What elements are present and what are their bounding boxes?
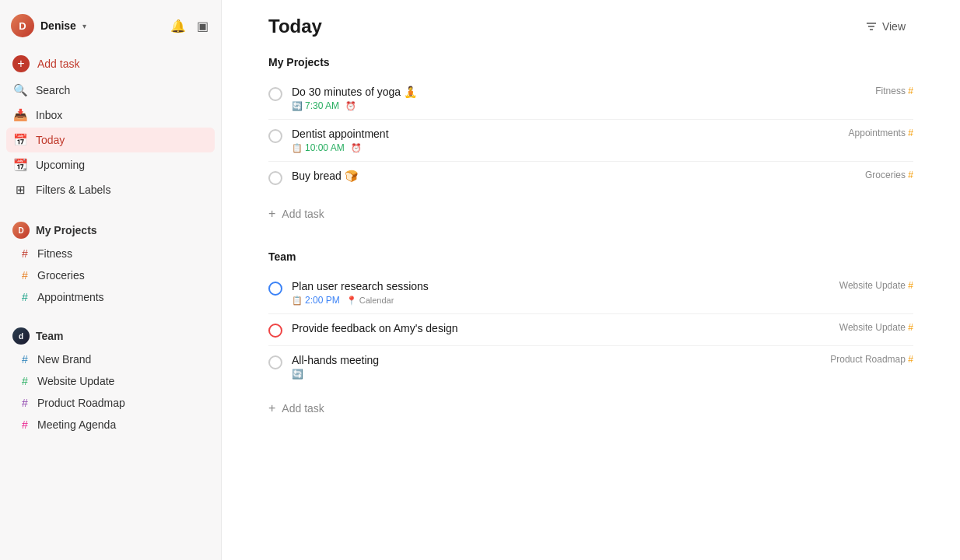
sidebar-item-appointments[interactable]: # Appointments — [6, 286, 215, 308]
task-checkbox-research[interactable] — [268, 282, 282, 296]
hash-icon-bread-project: # — [908, 170, 913, 180]
hash-icon-yoga-project: # — [908, 86, 913, 96]
sidebar-item-upcoming[interactable]: 📆 Upcoming — [6, 152, 215, 177]
sidebar-nav: + Add task 🔍 Search 📥 Inbox 📅 Today 📆 Up… — [0, 47, 221, 205]
add-plus-icon-team: + — [268, 401, 275, 415]
sidebar-item-filters[interactable]: ⊞ Filters & Labels — [6, 177, 215, 202]
add-task-my-projects[interactable]: + Add task — [268, 199, 913, 229]
hash-icon-groceries: # — [19, 269, 31, 282]
task-time-research: 2:00 PM — [305, 295, 340, 306]
sidebar-item-website-update[interactable]: # Website Update — [6, 370, 215, 392]
task-content-yoga: Do 30 minutes of yoga 🧘 🔄 7:30 AM ⏰ — [292, 86, 875, 111]
hash-icon-feedback-project: # — [908, 322, 913, 333]
sidebar-item-search[interactable]: 🔍 Search — [6, 78, 215, 103]
calendar-icon-dentist: 📋 — [292, 143, 303, 153]
task-content-dentist: Dentist appointment 📋 10:00 AM ⏰ — [292, 128, 849, 153]
add-task-label: Add task — [37, 58, 79, 70]
meeting-agenda-label: Meeting Agenda — [37, 418, 116, 431]
task-checkbox-dentist[interactable] — [268, 129, 282, 143]
add-task-team-label: Add task — [282, 402, 324, 415]
sidebar-item-product-roadmap[interactable]: # Product Roadmap — [6, 392, 215, 414]
fitness-label: Fitness — [37, 247, 72, 260]
sidebar-item-fitness[interactable]: # Fitness — [6, 243, 215, 264]
task-checkbox-feedback[interactable] — [268, 324, 282, 338]
new-brand-label: New Brand — [37, 353, 91, 366]
sidebar-header: D Denise ▾ 🔔 ▣ — [0, 8, 221, 47]
task-title-allhands: All-hands meeting — [292, 354, 830, 366]
product-roadmap-label: Product Roadmap — [37, 397, 125, 409]
my-projects-section: My Projects Do 30 minutes of yoga 🧘 🔄 7:… — [268, 56, 913, 229]
table-row: All-hands meeting 🔄 Product Roadmap # — [268, 346, 913, 387]
sidebar-item-upcoming-label: Upcoming — [36, 159, 85, 171]
task-checkbox-yoga[interactable] — [268, 87, 282, 101]
task-project-yoga: Fitness # — [875, 86, 913, 96]
alarm-icon-dentist: ⏰ — [351, 143, 362, 153]
task-time-yoga: 7:30 AM — [305, 100, 339, 111]
sidebar-item-inbox-label: Inbox — [36, 109, 62, 121]
task-title-yoga: Do 30 minutes of yoga 🧘 — [292, 86, 875, 98]
sidebar-item-new-brand[interactable]: # New Brand — [6, 348, 215, 370]
task-content-research: Plan user research sessions 📋 2:00 PM 📍 … — [292, 280, 839, 306]
table-row: Plan user research sessions 📋 2:00 PM 📍 … — [268, 272, 913, 314]
task-meta-yoga: 🔄 7:30 AM ⏰ — [292, 100, 875, 111]
sidebar-item-inbox[interactable]: 📥 Inbox — [6, 103, 215, 128]
view-label: View — [882, 20, 906, 33]
table-row: Do 30 minutes of yoga 🧘 🔄 7:30 AM ⏰ Fitn… — [268, 78, 913, 120]
main-content: Today View My Projects Do 30 minutes of … — [222, 0, 960, 560]
my-projects-header[interactable]: D My Projects — [6, 218, 215, 243]
my-projects-label: My Projects — [36, 224, 97, 236]
task-content-bread: Buy bread 🍞 — [292, 170, 865, 184]
task-checkbox-allhands[interactable] — [268, 355, 282, 369]
hash-icon-product-roadmap: # — [19, 397, 31, 409]
notifications-button[interactable]: 🔔 — [169, 17, 187, 35]
today-icon: 📅 — [12, 133, 28, 147]
search-icon: 🔍 — [12, 83, 28, 97]
sidebar-item-groceries[interactable]: # Groceries — [6, 264, 215, 286]
recur-small-icon: 🔄 — [292, 101, 303, 111]
appointments-label: Appointments — [37, 291, 104, 303]
add-task-button[interactable]: + Add task — [6, 50, 215, 78]
time-badge-research: 📋 2:00 PM — [292, 295, 340, 306]
task-content-feedback: Provide feedback on Amy's design — [292, 322, 839, 337]
team-group: d Team # New Brand # Website Update # Pr… — [0, 320, 221, 439]
task-project-feedback: Website Update # — [839, 322, 913, 333]
task-meta-allhands: 🔄 — [292, 369, 830, 380]
team-task-list: Plan user research sessions 📋 2:00 PM 📍 … — [268, 272, 913, 387]
sidebar-item-filters-label: Filters & Labels — [36, 184, 110, 196]
hash-icon-research-project: # — [908, 280, 913, 291]
hash-icon-website-update: # — [19, 375, 31, 387]
inbox-icon: 📥 — [12, 108, 28, 122]
layout-button[interactable]: ▣ — [195, 17, 210, 35]
user-name: Denise — [40, 19, 76, 32]
user-menu[interactable]: D Denise ▾ — [11, 14, 86, 37]
website-update-label: Website Update — [37, 375, 114, 387]
my-projects-group: D My Projects # Fitness # Groceries # Ap… — [0, 215, 221, 311]
task-project-allhands: Product Roadmap # — [830, 354, 913, 365]
hash-icon-allhands-project: # — [908, 354, 913, 365]
team-section: Team Plan user research sessions 📋 2:00 … — [268, 250, 913, 423]
add-task-my-projects-label: Add task — [282, 208, 324, 220]
task-title-dentist: Dentist appointment — [292, 128, 849, 140]
view-filter-icon — [865, 20, 878, 33]
task-title-research: Plan user research sessions — [292, 280, 839, 292]
task-project-bread: Groceries # — [865, 170, 913, 180]
task-checkbox-bread[interactable] — [268, 171, 282, 185]
my-projects-task-list: Do 30 minutes of yoga 🧘 🔄 7:30 AM ⏰ Fitn… — [268, 78, 913, 193]
task-meta-dentist: 📋 10:00 AM ⏰ — [292, 142, 849, 153]
add-icon: + — [12, 55, 30, 72]
sidebar-item-meeting-agenda[interactable]: # Meeting Agenda — [6, 414, 215, 436]
task-project-research: Website Update # — [839, 280, 913, 291]
sidebar: D Denise ▾ 🔔 ▣ + Add task 🔍 Search 📥 Inb… — [0, 0, 222, 560]
alarm-icon-yoga: ⏰ — [345, 101, 356, 111]
team-header[interactable]: d Team — [6, 324, 215, 348]
task-title-feedback: Provide feedback on Amy's design — [292, 322, 839, 334]
hash-icon-dentist-project: # — [908, 128, 913, 138]
sidebar-item-today[interactable]: 📅 Today — [6, 128, 215, 152]
view-button[interactable]: View — [857, 16, 913, 37]
upcoming-icon: 📆 — [12, 158, 28, 172]
location-icon: 📍 — [346, 296, 357, 306]
filters-icon: ⊞ — [12, 183, 28, 197]
add-task-team[interactable]: + Add task — [268, 394, 913, 423]
table-row: Provide feedback on Amy's design Website… — [268, 314, 913, 346]
time-badge-dentist: 📋 10:00 AM — [292, 142, 345, 153]
